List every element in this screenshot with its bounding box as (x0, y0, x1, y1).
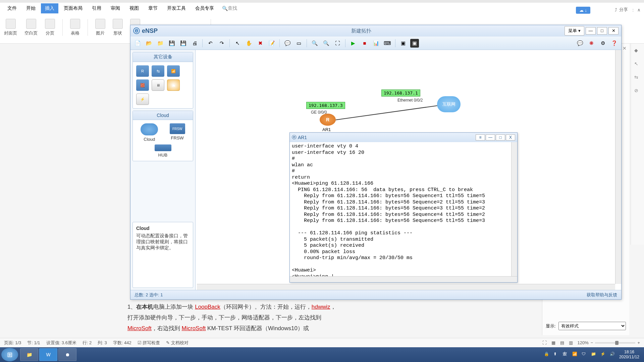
tab-file[interactable]: 文件 (3, 3, 21, 13)
view-print-icon[interactable]: ▤ (560, 340, 564, 345)
tb-zoomin[interactable]: 🔍 (310, 39, 319, 48)
tb-saveall[interactable]: 💾 (179, 39, 187, 48)
search-box[interactable]: 🔍 查找 (222, 5, 237, 11)
document-content[interactable]: 1、在本机电脑上添加一块 LoopBack（环回网卡）。方法：开始，运行，hdw… (127, 302, 429, 334)
tb-settings[interactable]: ⚙ (598, 39, 607, 48)
tray-icon[interactable]: 🕸 (563, 352, 569, 358)
tb-fit[interactable]: ⛶ (333, 39, 342, 48)
tb-capture[interactable]: 📊 (372, 39, 380, 48)
tool-format[interactable]: ◆ (634, 48, 641, 54)
tb-folder[interactable]: 📁 (156, 39, 165, 48)
tb-undo[interactable]: ↶ (206, 39, 215, 48)
task-wps[interactable]: W (39, 348, 57, 361)
tb-shape[interactable]: ▭ (294, 39, 303, 48)
tb-pointer[interactable]: ↖ (233, 39, 242, 48)
status-spell[interactable]: ☑ 拼写检查 (138, 340, 160, 346)
minimize-button[interactable]: — (586, 27, 596, 35)
topology-link[interactable] (335, 105, 441, 120)
dev-router[interactable]: R (136, 65, 149, 77)
tb-delete[interactable]: ✖ (256, 39, 265, 48)
tab-dev[interactable]: 开发工具 (163, 3, 190, 13)
topology-canvas[interactable]: 192.168.137.3 192.168.137.1 GE 0/0/0 Eth… (196, 50, 621, 290)
tb-help[interactable]: ❓ (610, 39, 619, 48)
terminal-hscroll[interactable] (290, 276, 517, 282)
term-max-button[interactable]: □ (496, 134, 505, 140)
tb-pan[interactable]: ✋ (245, 39, 253, 48)
share-icon[interactable]: ⤴ (615, 7, 617, 12)
router-node[interactable]: R (320, 114, 336, 126)
tb-new[interactable]: 📄 (133, 39, 142, 48)
status-help[interactable]: 获取帮助与反馈 (587, 292, 617, 298)
terminal-titlebar[interactable]: ⓔ AR1 ≡ — □ X (290, 133, 517, 142)
terminal-vscroll[interactable] (511, 142, 517, 276)
btn-blank[interactable]: 空白页 (24, 19, 38, 36)
tb-layout2[interactable]: ▣ (410, 39, 419, 48)
view-read-icon[interactable]: ▥ (569, 340, 573, 345)
tab-review[interactable]: 审阅 (107, 3, 124, 13)
tb-cli[interactable]: ⌨ (383, 39, 392, 48)
tb-start[interactable]: ▶ (349, 39, 358, 48)
tb-print[interactable]: 🖨 (190, 39, 199, 48)
status-words[interactable]: 字数: 442 (113, 340, 131, 346)
term-min-button[interactable]: — (486, 134, 495, 140)
clock[interactable]: 18:16 2020/11/12 (619, 350, 639, 360)
item-hub[interactable]: HUB (155, 144, 171, 158)
task-explorer[interactable]: 📁 (20, 348, 38, 361)
tb-redo[interactable]: ↷ (217, 39, 226, 48)
dev-firewall[interactable]: 🧱 (136, 79, 149, 91)
tb-stop[interactable]: ■ (360, 39, 369, 48)
maximize-button[interactable]: □ (597, 27, 607, 35)
dev-wlan[interactable]: 📶 (167, 65, 180, 77)
tab-view[interactable]: 视图 (125, 3, 143, 13)
ensp-titlebar[interactable]: ⓔ eNSP 新建拓扑 菜单 ▾ — □ ✕ (130, 25, 621, 37)
dev-connection[interactable]: ⚡ (136, 94, 149, 105)
tool-settings[interactable]: ⇆ (634, 74, 641, 81)
tray-icon[interactable]: 🔒 (544, 352, 550, 358)
tab-member[interactable]: 会员专享 (191, 3, 218, 13)
item-cloud[interactable]: Cloud (141, 123, 158, 142)
canvas-vscroll[interactable] (615, 50, 621, 284)
tab-home[interactable]: 开始 (22, 3, 40, 13)
tb-config[interactable]: 📝 (267, 39, 276, 48)
dev-switch[interactable]: ⇆ (152, 65, 164, 77)
tab-references[interactable]: 引用 (88, 3, 105, 13)
view-outline-icon[interactable]: ⛶ (542, 340, 547, 345)
tab-insert[interactable]: 插入 (41, 3, 58, 13)
cloud-node[interactable]: 互联网 (437, 96, 461, 112)
tray-icon[interactable]: ⬆ (553, 352, 559, 358)
status-pages[interactable]: 页面: 1/3 (4, 340, 21, 346)
share-label[interactable]: 分享 (619, 7, 628, 13)
terminal-output[interactable]: user-interface vty 0 4 user-interface vt… (290, 142, 517, 276)
tray-icon[interactable]: 📶 (572, 352, 578, 358)
term-close-button[interactable]: X (506, 134, 515, 140)
tab-layout[interactable]: 页面布局 (60, 3, 87, 13)
cloud-sync-badge[interactable]: ☁ ↓ (576, 7, 590, 14)
dev-pc[interactable]: 🖥 (152, 79, 164, 91)
tool-select[interactable]: ↖ (634, 61, 641, 68)
tb-layout1[interactable]: ▣ (399, 39, 408, 48)
tray-icon[interactable]: 📁 (591, 352, 597, 358)
style-select[interactable]: 有效样式 (558, 322, 626, 330)
tb-chat[interactable]: 💬 (576, 39, 584, 48)
canvas-hscroll[interactable] (197, 284, 615, 290)
term-opt-button[interactable]: ≡ (476, 134, 485, 140)
tb-save[interactable]: 💾 (167, 39, 176, 48)
btn-cover[interactable]: 封面页 (4, 19, 17, 36)
btn-table[interactable]: 表格 (70, 19, 80, 36)
status-proof[interactable]: ✎ 文档校对 (166, 340, 189, 346)
tb-huawei[interactable]: ❋ (587, 39, 596, 48)
close-icon[interactable]: ✕ (623, 46, 627, 51)
tab-sections[interactable]: 章节 (144, 3, 162, 13)
view-web-icon[interactable]: ▦ (551, 340, 555, 345)
dev-cloud[interactable]: ☁ (167, 79, 180, 91)
volume-icon[interactable]: 🔊 (610, 352, 616, 358)
btn-shape[interactable]: 形状 (113, 19, 123, 36)
ensp-menu-button[interactable]: 菜单 ▾ (565, 26, 584, 36)
tb-zoomout[interactable]: 🔍 (322, 39, 330, 48)
tray-icon[interactable]: ⚡ (600, 352, 606, 358)
close-button[interactable]: ✕ (608, 27, 619, 35)
tb-text[interactable]: 💬 (283, 39, 292, 48)
btn-pagebreak[interactable]: 分页 (45, 19, 55, 36)
tray-icon[interactable]: 🛡 (582, 352, 588, 358)
tool-help[interactable]: ⊘ (634, 88, 641, 95)
